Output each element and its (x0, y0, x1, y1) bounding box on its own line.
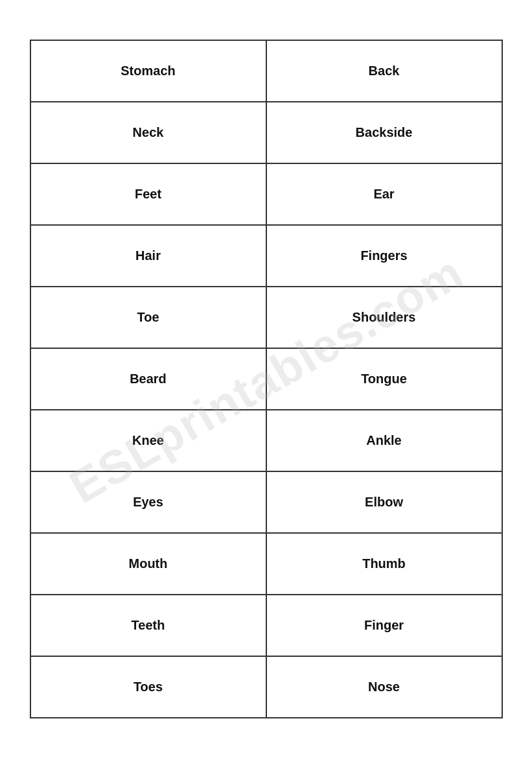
cell-right-4: Shoulders (266, 287, 502, 348)
cell-left-8: Mouth (30, 533, 266, 595)
table-row: EyesElbow (30, 471, 502, 533)
cell-left-10: Toes (30, 656, 266, 718)
table-row: BeardTongue (30, 348, 502, 410)
cell-right-3: Fingers (266, 225, 502, 287)
cell-left-3: Hair (30, 225, 266, 287)
table-row: NeckBackside (30, 102, 502, 163)
cell-right-5: Tongue (266, 348, 502, 410)
table-row: StomachBack (30, 40, 502, 102)
table-row: TeethFinger (30, 595, 502, 656)
cell-left-7: Eyes (30, 471, 266, 533)
cell-right-1: Backside (266, 102, 502, 163)
cell-left-6: Knee (30, 410, 266, 471)
cell-left-0: Stomach (30, 40, 266, 102)
table-row: FeetEar (30, 163, 502, 225)
cell-right-2: Ear (266, 163, 502, 225)
cell-right-10: Nose (266, 656, 502, 718)
table-row: ToeShoulders (30, 287, 502, 348)
cell-right-8: Thumb (266, 533, 502, 595)
table-row: ToesNose (30, 656, 502, 718)
cell-left-9: Teeth (30, 595, 266, 656)
table-row: MouthThumb (30, 533, 502, 595)
cell-left-5: Beard (30, 348, 266, 410)
page-container: ESLprintables.com StomachBackNeckBacksid… (0, 0, 532, 758)
table-row: HairFingers (30, 225, 502, 287)
cell-right-6: Ankle (266, 410, 502, 471)
cell-left-2: Feet (30, 163, 266, 225)
table-row: KneeAnkle (30, 410, 502, 471)
cell-left-4: Toe (30, 287, 266, 348)
cell-left-1: Neck (30, 102, 266, 163)
cell-right-9: Finger (266, 595, 502, 656)
cell-right-7: Elbow (266, 471, 502, 533)
vocabulary-table: StomachBackNeckBacksideFeetEarHairFinger… (30, 40, 503, 718)
cell-right-0: Back (266, 40, 502, 102)
